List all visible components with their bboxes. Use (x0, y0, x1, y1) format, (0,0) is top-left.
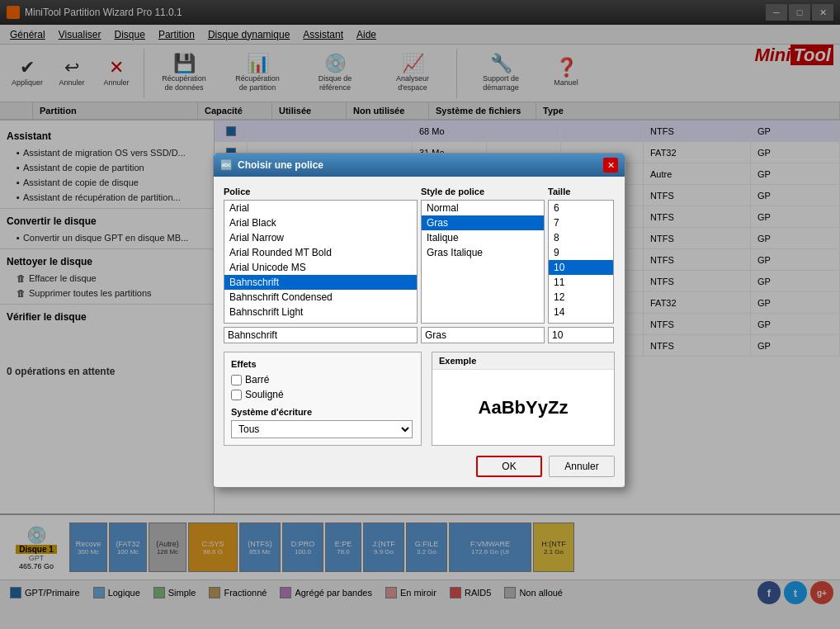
font-dialog: 🔤 Choisir une police ✕ Police Style de p… (213, 153, 625, 488)
font-input[interactable] (224, 327, 418, 343)
size-16[interactable]: 16 (549, 319, 613, 324)
exemple-section: Exemple AaBbYyZz (432, 352, 615, 446)
font-list-item-arialblack[interactable]: Arial Black (224, 215, 417, 230)
font-list-item-arialunicode[interactable]: Arial Unicode MS (224, 260, 417, 275)
barre-row: Barré (231, 374, 414, 385)
font-list[interactable]: Arial Arial Black Arial Narrow Arial Rou… (224, 200, 418, 324)
dialog-title: Choisir une police (238, 159, 603, 171)
font-list-item-arialmtbold[interactable]: Arial Rounded MT Bold (224, 245, 417, 260)
style-normal[interactable]: Normal (422, 201, 544, 215)
font-list-item-arialnarrow[interactable]: Arial Narrow (224, 230, 417, 245)
barre-checkbox[interactable] (231, 375, 242, 385)
effets-title: Effets (231, 359, 414, 369)
size-12[interactable]: 12 (549, 290, 613, 305)
style-list[interactable]: Normal Gras Italique Gras Italique (421, 200, 545, 324)
exemple-preview: AaBbYyZz (432, 370, 614, 445)
effets-section: Effets Barré Souligné Système d'écriture… (224, 352, 422, 446)
font-list-item-bahnschriftcond[interactable]: Bahnschrift Condensed (224, 290, 417, 305)
size-list[interactable]: 6 7 8 9 10 11 12 14 16 (548, 200, 614, 324)
size-6[interactable]: 6 (549, 201, 613, 215)
font-list-item-bahnschriftlightcond[interactable]: Bahnschrift Light Condensed (224, 319, 417, 324)
dialog-ok-button[interactable]: OK (476, 456, 542, 477)
size-input[interactable] (548, 327, 614, 343)
size-8[interactable]: 8 (549, 230, 613, 245)
font-list-item-bahnschrift[interactable]: Bahnschrift (224, 275, 417, 290)
col-police-header: Police (224, 187, 418, 196)
col-style-header: Style de police (421, 187, 545, 196)
col-taille-header: Taille (548, 187, 614, 196)
dialog-body: Police Style de police Taille Arial Aria… (214, 177, 625, 487)
exemple-title: Exemple (432, 352, 614, 370)
dialog-titlebar: 🔤 Choisir une police ✕ (214, 154, 625, 177)
font-list-item-bahnschriftlight[interactable]: Bahnschrift Light (224, 305, 417, 319)
dialog-overlay: 🔤 Choisir une police ✕ Police Style de p… (0, 0, 840, 629)
font-list-item-arial[interactable]: Arial (224, 201, 417, 215)
style-gras[interactable]: Gras (422, 215, 544, 230)
souligne-checkbox[interactable] (231, 390, 242, 400)
souligne-row: Souligné (231, 389, 414, 400)
dialog-col-headers: Police Style de police Taille (224, 187, 615, 196)
dialog-input-row (224, 327, 615, 343)
style-gras-italique[interactable]: Gras Italique (422, 245, 544, 260)
size-11[interactable]: 11 (549, 275, 613, 290)
dialog-buttons: OK Annuler (224, 456, 615, 477)
style-input[interactable] (421, 327, 545, 343)
dialog-lists: Arial Arial Black Arial Narrow Arial Rou… (224, 200, 615, 324)
dialog-bottom: Effets Barré Souligné Système d'écriture… (224, 352, 615, 446)
dialog-cancel-button[interactable]: Annuler (549, 456, 615, 477)
systeme-label: Système d'écriture (231, 407, 414, 417)
size-7[interactable]: 7 (549, 215, 613, 230)
size-10[interactable]: 10 (549, 260, 613, 275)
dialog-close-button[interactable]: ✕ (603, 158, 618, 173)
barre-label: Barré (245, 374, 269, 385)
souligne-label: Souligné (245, 389, 284, 400)
dialog-icon: 🔤 (220, 159, 233, 171)
systeme-select[interactable]: Tous (231, 420, 413, 438)
style-italique[interactable]: Italique (422, 230, 544, 245)
size-14[interactable]: 14 (549, 305, 613, 319)
size-9[interactable]: 9 (549, 245, 613, 260)
